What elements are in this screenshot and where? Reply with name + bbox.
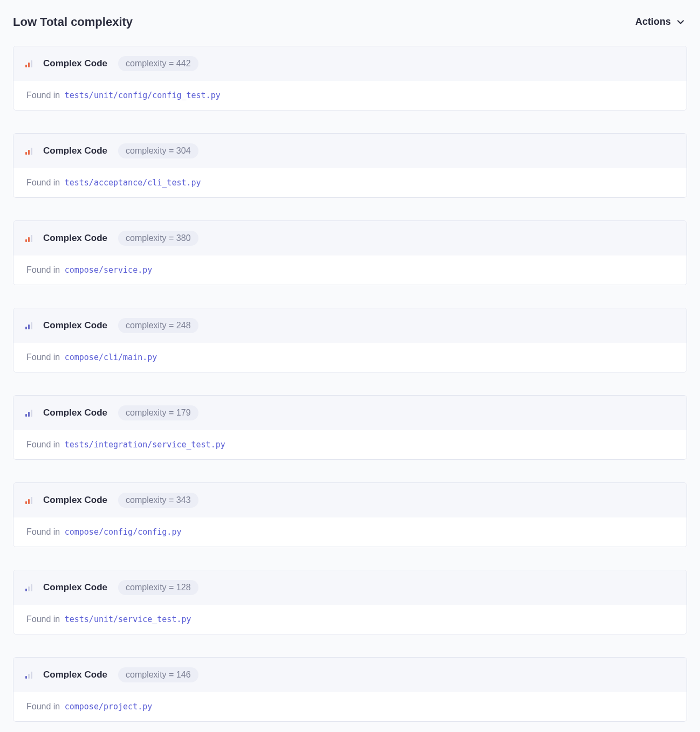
issue-card-header: Complex Code complexity = 128: [13, 570, 687, 605]
issue-card: Complex Code complexity = 146 Found in c…: [13, 657, 687, 722]
issue-card-body: Found in tests/integration/service_test.…: [13, 430, 687, 459]
issues-list: Complex Code complexity = 442 Found in t…: [13, 46, 687, 722]
complexity-badge: complexity = 248: [118, 318, 198, 333]
page-title: Low Total complexity: [13, 15, 133, 29]
issue-title: Complex Code: [43, 320, 107, 331]
file-path-link[interactable]: tests/integration/service_test.py: [65, 440, 225, 450]
issue-title: Complex Code: [43, 495, 107, 506]
actions-label: Actions: [635, 16, 671, 27]
issue-title: Complex Code: [43, 582, 107, 593]
issue-card-header: Complex Code complexity = 380: [13, 221, 687, 255]
issue-card-header: Complex Code complexity = 146: [13, 658, 687, 692]
issue-title: Complex Code: [43, 146, 107, 156]
issue-title: Complex Code: [43, 58, 107, 69]
issue-card-body: Found in compose/project.py: [13, 692, 687, 721]
complexity-badge: complexity = 179: [118, 405, 198, 420]
found-in-label: Found in: [26, 265, 63, 274]
issue-title: Complex Code: [43, 233, 107, 244]
issue-card-body: Found in tests/unit/config/config_test.p…: [13, 81, 687, 110]
issue-card-header: Complex Code complexity = 343: [13, 483, 687, 517]
issue-card: Complex Code complexity = 248 Found in c…: [13, 308, 687, 372]
issue-card-body: Found in tests/acceptance/cli_test.py: [13, 168, 687, 197]
file-path-link[interactable]: compose/cli/main.py: [65, 353, 157, 362]
chevron-down-icon: [676, 18, 685, 26]
complexity-bars-icon: [25, 147, 32, 155]
issue-card-body: Found in compose/cli/main.py: [13, 343, 687, 372]
found-in-label: Found in: [26, 527, 63, 536]
issue-card-body: Found in compose/service.py: [13, 255, 687, 285]
file-path-link[interactable]: compose/service.py: [65, 265, 153, 275]
actions-button[interactable]: Actions: [633, 13, 687, 31]
found-in-label: Found in: [26, 702, 63, 711]
file-path-link[interactable]: compose/project.py: [65, 702, 153, 712]
complexity-bars-icon: [25, 234, 32, 242]
complexity-badge: complexity = 442: [118, 56, 198, 71]
file-path-link[interactable]: compose/config/config.py: [65, 527, 182, 537]
found-in-label: Found in: [26, 91, 63, 100]
issue-card: Complex Code complexity = 179 Found in t…: [13, 395, 687, 460]
issue-card-header: Complex Code complexity = 304: [13, 134, 687, 168]
complexity-badge: complexity = 146: [118, 667, 198, 682]
file-path-link[interactable]: tests/unit/config/config_test.py: [65, 91, 221, 100]
page-header: Low Total complexity Actions: [13, 13, 687, 31]
file-path-link[interactable]: tests/unit/service_test.py: [65, 614, 191, 624]
complexity-bars-icon: [25, 671, 32, 679]
complexity-bars-icon: [25, 496, 32, 504]
issue-card-body: Found in tests/unit/service_test.py: [13, 605, 687, 634]
issue-card-header: Complex Code complexity = 179: [13, 396, 687, 430]
found-in-label: Found in: [26, 178, 63, 187]
complexity-bars-icon: [25, 322, 32, 329]
complexity-badge: complexity = 128: [118, 580, 198, 595]
issue-card-header: Complex Code complexity = 248: [13, 308, 687, 343]
issue-card: Complex Code complexity = 343 Found in c…: [13, 482, 687, 547]
complexity-badge: complexity = 343: [118, 493, 198, 508]
issue-card: Complex Code complexity = 128 Found in t…: [13, 570, 687, 634]
issue-card: Complex Code complexity = 304 Found in t…: [13, 133, 687, 198]
found-in-label: Found in: [26, 440, 63, 449]
issue-card-body: Found in compose/config/config.py: [13, 517, 687, 547]
complexity-bars-icon: [25, 409, 32, 417]
file-path-link[interactable]: tests/acceptance/cli_test.py: [65, 178, 201, 188]
complexity-bars-icon: [25, 584, 32, 591]
issue-card: Complex Code complexity = 442 Found in t…: [13, 46, 687, 111]
issue-card-header: Complex Code complexity = 442: [13, 46, 687, 81]
issue-card: Complex Code complexity = 380 Found in c…: [13, 220, 687, 285]
issue-title: Complex Code: [43, 669, 107, 680]
complexity-badge: complexity = 304: [118, 143, 198, 158]
found-in-label: Found in: [26, 614, 63, 624]
issue-title: Complex Code: [43, 408, 107, 418]
found-in-label: Found in: [26, 353, 63, 362]
complexity-bars-icon: [25, 60, 32, 67]
complexity-badge: complexity = 380: [118, 231, 198, 246]
